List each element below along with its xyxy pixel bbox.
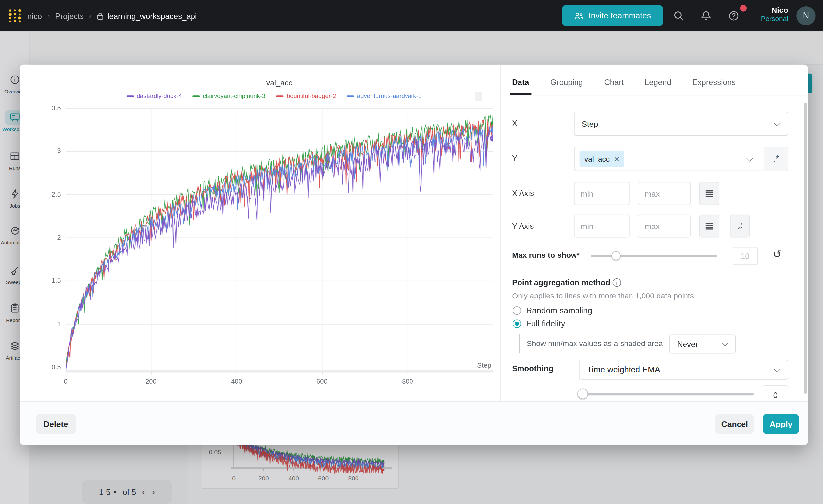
tab-data[interactable]: Data <box>512 77 529 95</box>
smoothing-slider-thumb[interactable] <box>578 389 588 399</box>
y-axis-log-scale-button[interactable] <box>699 215 719 238</box>
modal-footer: Delete Cancel Apply <box>20 401 808 445</box>
people-icon <box>574 11 584 20</box>
regex-icon: .* <box>773 154 779 164</box>
outliers-icon <box>736 222 745 230</box>
breadcrumb-label: Projects <box>55 11 84 20</box>
chart-legend: dastardly-duck-4clairvoyant-chipmunk-3bo… <box>55 93 493 99</box>
y-tick-label: 0.5 <box>40 363 61 371</box>
search-icon[interactable] <box>673 10 684 21</box>
x-axis-max-input[interactable] <box>638 182 691 205</box>
y-tick-label: 3 <box>40 147 61 155</box>
breadcrumb-label: learning_workspaces_api <box>107 11 197 20</box>
breadcrumb-item-learning_workspaces_api[interactable]: learning_workspaces_api <box>97 11 197 20</box>
user-name: Nico <box>761 5 788 15</box>
smoothing-select-value: Time weighted EMA <box>587 365 660 374</box>
x-axis-log-scale-button[interactable] <box>699 182 719 205</box>
smoothing-value-input[interactable] <box>763 386 788 401</box>
legend-item[interactable]: bountiful-badger-2 <box>276 93 336 99</box>
legend-item[interactable]: clairvoyant-chipmunk-3 <box>192 93 266 99</box>
wandb-logo-icon[interactable] <box>7 8 24 24</box>
breadcrumb-item-Projects[interactable]: Projects <box>55 11 84 20</box>
smoothing-label: Smoothing <box>512 364 553 373</box>
legend-swatch <box>192 95 200 97</box>
chevron-down-icon <box>747 155 753 161</box>
x-tick-label: 800 <box>396 378 419 386</box>
y-field-label: Y <box>512 154 517 163</box>
chevron-down-icon <box>774 365 781 372</box>
regex-toggle-button[interactable]: .* <box>764 147 788 171</box>
y-metric-chip-label: val_acc <box>585 155 610 163</box>
chart-scroll-gutter <box>475 92 482 101</box>
x-field-label: X <box>512 118 517 128</box>
legend-run-name: clairvoyant-chipmunk-3 <box>203 93 266 99</box>
y-metric-chip[interactable]: val_acc ✕ <box>580 151 625 167</box>
y-tick-label: 1.5 <box>40 276 61 285</box>
x-select[interactable]: Step <box>574 111 788 136</box>
full-fidelity-label[interactable]: Full fidelity <box>526 319 565 328</box>
panel-editor-modal: val_acc dastardly-duck-4clairvoyant-chip… <box>20 64 808 445</box>
val-acc-chart-canvas[interactable] <box>65 105 493 374</box>
breadcrumb-label: nico <box>27 11 42 20</box>
delete-button[interactable]: Delete <box>36 414 76 435</box>
help-icon[interactable] <box>728 10 739 21</box>
help-notification-badge <box>740 5 747 12</box>
max-runs-input[interactable] <box>732 247 758 265</box>
user-scope: Personal <box>761 15 788 23</box>
invite-teammates-button[interactable]: Invite teammates <box>562 5 663 26</box>
legend-run-name: dastardly-duck-4 <box>137 93 182 99</box>
apply-button[interactable]: Apply <box>763 414 799 435</box>
x-tick-label: 600 <box>310 378 334 386</box>
breadcrumb-item-nico[interactable]: nico <box>27 11 42 20</box>
y-axis-field-label: Y Axis <box>512 221 534 230</box>
reset-icon[interactable]: ↺ <box>773 248 782 260</box>
ignore-outliers-button[interactable] <box>730 215 750 238</box>
top-navbar: nico›Projects›learning_workspaces_api In… <box>0 0 823 31</box>
tab-grouping[interactable]: Grouping <box>550 77 583 95</box>
app-window: Nico's workspace N Personal workspace Au… <box>0 0 823 504</box>
minmax-select[interactable]: Never <box>669 334 735 353</box>
chevron-down-icon <box>774 119 781 126</box>
legend-item[interactable]: adventurous-aardvark-1 <box>347 93 422 99</box>
panel-editor-settings: DataGroupingChartLegendExpressions X Ste… <box>500 64 808 401</box>
tab-legend[interactable]: Legend <box>645 77 671 95</box>
random-sampling-label[interactable]: Random sampling <box>526 306 592 315</box>
tab-expressions[interactable]: Expressions <box>692 77 735 95</box>
cancel-button[interactable]: Cancel <box>715 414 754 435</box>
user-menu[interactable]: Nico Personal <box>761 5 788 23</box>
log-scale-icon <box>706 223 713 230</box>
smoothing-slider[interactable] <box>585 393 754 396</box>
legend-item[interactable]: dastardly-duck-4 <box>126 93 182 99</box>
tab-chart[interactable]: Chart <box>604 77 624 95</box>
x-axis-min-input[interactable] <box>574 182 630 205</box>
max-runs-slider-thumb[interactable] <box>611 251 620 260</box>
info-icon[interactable]: i <box>613 278 621 287</box>
y-tick-label: 2 <box>40 233 61 242</box>
legend-run-name: bountiful-badger-2 <box>287 93 336 99</box>
settings-tabs: DataGroupingChartLegendExpressions <box>500 64 808 95</box>
max-runs-slider[interactable] <box>591 255 717 257</box>
chevron-down-icon <box>721 340 728 346</box>
y-axis-max-input[interactable] <box>638 215 691 238</box>
y-tick-label: 3.5 <box>40 104 61 112</box>
legend-swatch <box>276 95 283 97</box>
remove-metric-icon[interactable]: ✕ <box>614 155 620 163</box>
panel-scrollbar[interactable] <box>804 103 807 394</box>
chart-title: val_acc <box>65 79 493 87</box>
y-select[interactable]: val_acc ✕ .* <box>574 147 788 171</box>
aggregation-title: Point aggregation method <box>512 278 610 287</box>
legend-run-name: adventurous-aardvark-1 <box>357 93 422 99</box>
full-fidelity-radio[interactable] <box>513 319 521 328</box>
minmax-label: Show min/max values as a shaded area <box>527 339 663 348</box>
random-sampling-radio[interactable] <box>513 306 521 315</box>
x-tick-label: 400 <box>225 378 248 386</box>
y-tick-label: 2.5 <box>40 190 61 198</box>
avatar[interactable]: N <box>797 6 815 25</box>
notifications-bell-icon[interactable] <box>700 10 712 21</box>
smoothing-select[interactable]: Time weighted EMA <box>579 359 788 380</box>
x-axis-label: Step <box>454 361 491 369</box>
y-axis-min-input[interactable] <box>574 215 630 238</box>
x-select-value: Step <box>582 119 598 128</box>
y-tick-label: 1 <box>40 320 61 328</box>
indent-line <box>519 334 520 353</box>
